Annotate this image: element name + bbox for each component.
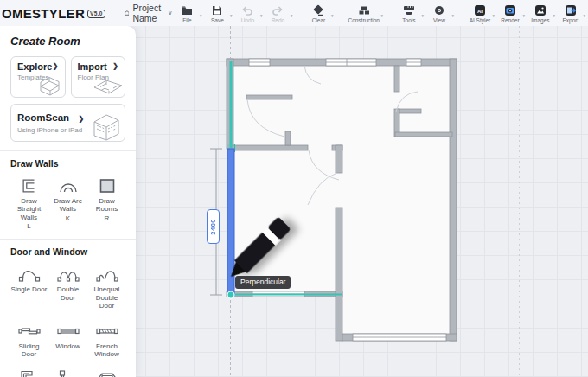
file-button[interactable]: ▾File — [172, 3, 201, 23]
arc-wall-icon — [58, 176, 79, 195]
eraser-icon — [312, 4, 324, 16]
camera-icon — [504, 4, 516, 16]
room-square-icon — [98, 176, 117, 195]
save-button[interactable]: ▾Save — [202, 3, 232, 23]
tool-bay-window[interactable]: Bay Window — [88, 369, 125, 377]
export-button[interactable]: ▾Export — [556, 3, 585, 23]
tool-draw-arc-walls[interactable]: Draw Arc Walls K — [49, 176, 86, 230]
main-toolbar: ▾File ▾Save ▾Undo ▾Redo ▾Clear ▾Construc… — [172, 3, 585, 23]
chevron-right-icon: ❯ — [112, 62, 118, 70]
draw-walls-title: Draw Walls — [10, 158, 125, 169]
svg-text:AI: AI — [477, 9, 483, 14]
images-button[interactable]: ▾Images — [526, 3, 555, 23]
chevron-right-icon: ❯ — [79, 115, 85, 123]
top-bar: OMESTYLERV5.0 Project Name ∨ ▾File ▾Save… — [0, 0, 588, 26]
tool-draw-straight-walls[interactable]: Draw Straight Walls L — [10, 176, 48, 230]
double-door-icon — [57, 264, 80, 283]
image-icon — [534, 4, 546, 16]
app-window: 3400 Perpendicular OMESTYLERV5.0 Project… — [0, 0, 588, 377]
floorplan-3d-icon — [93, 74, 124, 97]
tool-double-door[interactable]: Double Door — [49, 264, 86, 310]
create-room-panel: Create Room ❯ Explore Templates ❯ Import… — [0, 26, 136, 377]
chevron-right-icon: ❯ — [53, 62, 59, 70]
undo-button[interactable]: ▾Undo — [233, 3, 262, 23]
import-floorplan-card[interactable]: ❯ Import Floor Plan — [71, 56, 126, 98]
single-door-icon — [18, 264, 41, 283]
tool-sliding-door[interactable]: Sliding Door — [10, 321, 48, 359]
corner-bay-window-icon — [19, 369, 40, 377]
undo-icon — [241, 4, 253, 16]
folder-icon — [181, 4, 193, 16]
roomscan-label: RoomScan — [17, 112, 69, 123]
templates-3d-icon — [35, 74, 64, 97]
sliding-door-icon — [18, 321, 41, 340]
tool-window[interactable]: Window — [49, 321, 86, 359]
bay-window-icon — [96, 369, 118, 377]
tool-draw-rooms[interactable]: Draw Rooms R — [88, 176, 125, 230]
ai-styler-button[interactable]: AI ▾AI Styler — [465, 3, 495, 23]
tool-corner-window[interactable]: Corner Window — [49, 369, 86, 377]
tool-single-door[interactable]: Single Door — [10, 264, 48, 310]
project-icon — [125, 9, 130, 17]
redo-icon — [272, 4, 284, 16]
unequal-double-door-icon — [96, 264, 118, 283]
bricks-icon — [358, 4, 370, 16]
view-button[interactable]: ▾View — [425, 3, 454, 23]
panel-title: Create Room — [10, 35, 125, 48]
door-window-title: Door and Window — [10, 246, 125, 257]
wall-length-input[interactable]: 3400 — [207, 209, 220, 244]
ai-icon: AI — [474, 4, 486, 16]
explore-templates-card[interactable]: ❯ Explore Templates — [10, 56, 66, 98]
render-button[interactable]: ▾Render — [495, 3, 525, 23]
version-badge: V5.0 — [87, 10, 105, 18]
eye-icon — [433, 4, 445, 16]
corner-window-icon — [58, 369, 79, 377]
window-icon — [57, 321, 80, 340]
clear-button[interactable]: ▾Clear — [304, 3, 333, 23]
save-icon — [211, 4, 223, 16]
project-name-menu[interactable]: Project Name ∨ — [125, 3, 173, 23]
construction-button[interactable]: ▾Construction — [344, 3, 383, 23]
straight-wall-icon — [20, 176, 39, 195]
ruler-pen-icon — [403, 4, 415, 16]
snap-tooltip: Perpendicular — [235, 276, 291, 289]
wall-length-value: 3400 — [209, 219, 217, 235]
tool-unequal-double-door[interactable]: Unequal Double Door — [88, 264, 125, 310]
tools-button[interactable]: ▾Tools — [394, 3, 424, 23]
export-icon — [565, 4, 577, 16]
french-window-icon — [96, 321, 118, 340]
tool-french-window[interactable]: French Window — [88, 321, 125, 359]
tool-corner-bay-window[interactable]: Corner Bay Window — [10, 369, 48, 377]
app-logo: OMESTYLERV5.0 — [2, 6, 105, 21]
redo-button[interactable]: ▾Redo — [263, 3, 292, 23]
project-name-label: Project Name — [132, 3, 164, 23]
roomscan-3d-icon — [89, 112, 124, 141]
roomscan-card[interactable]: RoomScan ❯ Using iPhone or iPad — [10, 104, 125, 142]
